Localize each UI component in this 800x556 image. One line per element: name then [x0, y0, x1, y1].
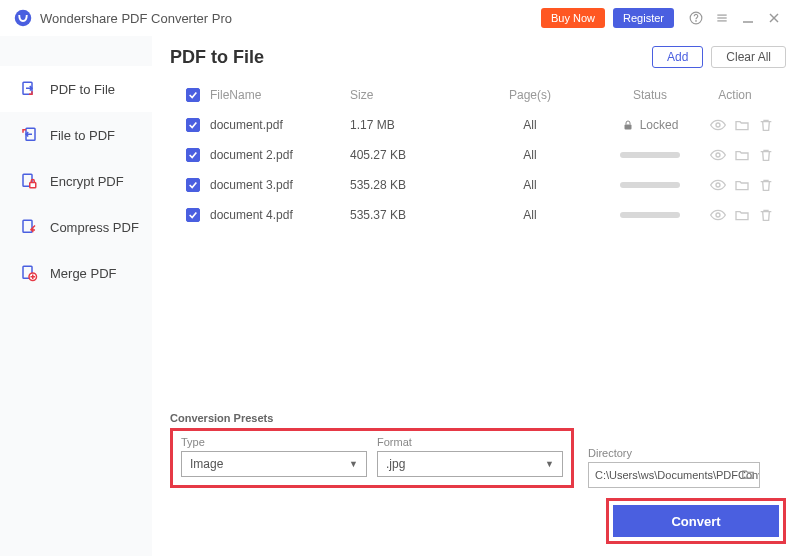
table-row: document 3.pdf535.28 KBAll [170, 170, 786, 200]
type-label: Type [181, 436, 367, 448]
buy-now-button[interactable]: Buy Now [541, 8, 605, 28]
delete-icon[interactable] [758, 117, 774, 133]
cell-pages: All [470, 178, 590, 192]
sidebar-item-pdf-to-file[interactable]: PDF to File [0, 66, 152, 112]
delete-icon[interactable] [758, 147, 774, 163]
type-value: Image [190, 457, 223, 471]
open-folder-icon[interactable] [734, 177, 750, 193]
encrypt-pdf-icon [20, 172, 38, 190]
chevron-down-icon: ▼ [545, 459, 554, 469]
lock-icon [622, 119, 634, 131]
conversion-panel: Conversion Presets Type Image ▼ Format .… [170, 412, 786, 556]
cell-filename: document.pdf [210, 118, 350, 132]
svg-point-17 [716, 123, 720, 127]
cell-size: 535.28 KB [350, 178, 470, 192]
sidebar: PDF to File File to PDF Encrypt PDF Comp… [0, 36, 152, 556]
sidebar-item-label: Encrypt PDF [50, 174, 124, 189]
preview-icon[interactable] [710, 117, 726, 133]
page-title: PDF to File [170, 47, 264, 68]
format-select[interactable]: .jpg ▼ [377, 451, 563, 477]
minimize-icon[interactable] [736, 6, 760, 30]
svg-rect-16 [624, 125, 631, 130]
sidebar-item-merge-pdf[interactable]: Merge PDF [0, 250, 152, 296]
table-row: document 4.pdf535.37 KBAll [170, 200, 786, 230]
sidebar-item-label: File to PDF [50, 128, 115, 143]
directory-value: C:\Users\ws\Documents\PDFConvert [595, 469, 760, 481]
directory-input[interactable]: C:\Users\ws\Documents\PDFConvert [588, 462, 760, 488]
sidebar-item-encrypt-pdf[interactable]: Encrypt PDF [0, 158, 152, 204]
locked-label: Locked [640, 118, 679, 132]
merge-pdf-icon [20, 264, 38, 282]
close-icon[interactable] [762, 6, 786, 30]
row-checkbox[interactable] [186, 118, 200, 132]
select-all-checkbox[interactable] [186, 88, 200, 102]
cell-pages: All [470, 118, 590, 132]
preview-icon[interactable] [710, 177, 726, 193]
sidebar-item-label: PDF to File [50, 82, 115, 97]
convert-button[interactable]: Convert [613, 505, 779, 537]
open-folder-icon[interactable] [734, 207, 750, 223]
menu-icon[interactable] [710, 6, 734, 30]
col-filename: FileName [210, 88, 350, 102]
sidebar-item-file-to-pdf[interactable]: File to PDF [0, 112, 152, 158]
convert-highlight-box: Convert [606, 498, 786, 544]
row-checkbox[interactable] [186, 148, 200, 162]
preview-icon[interactable] [710, 207, 726, 223]
col-action: Action [710, 88, 780, 102]
sidebar-item-label: Compress PDF [50, 220, 139, 235]
col-pages: Page(s) [470, 88, 590, 102]
open-folder-icon[interactable] [734, 117, 750, 133]
svg-point-20 [716, 213, 720, 217]
chevron-down-icon: ▼ [349, 459, 358, 469]
status-progress [620, 212, 680, 218]
svg-point-2 [696, 21, 697, 22]
directory-label: Directory [588, 447, 760, 459]
file-table: FileName Size Page(s) Status Action docu… [170, 80, 786, 412]
sidebar-item-compress-pdf[interactable]: Compress PDF [0, 204, 152, 250]
col-status: Status [590, 88, 710, 102]
table-row: document 2.pdf405.27 KBAll [170, 140, 786, 170]
format-value: .jpg [386, 457, 405, 471]
presets-heading: Conversion Presets [170, 412, 786, 424]
clear-all-button[interactable]: Clear All [711, 46, 786, 68]
cell-size: 1.17 MB [350, 118, 470, 132]
presets-highlight-box: Type Image ▼ Format .jpg ▼ [170, 428, 574, 488]
browse-folder-icon[interactable] [741, 467, 755, 483]
app-title: Wondershare PDF Converter Pro [40, 11, 232, 26]
status-progress [620, 182, 680, 188]
cell-size: 535.37 KB [350, 208, 470, 222]
type-select[interactable]: Image ▼ [181, 451, 367, 477]
col-size: Size [350, 88, 470, 102]
app-logo-icon [14, 9, 32, 27]
cell-pages: All [470, 148, 590, 162]
cell-filename: document 4.pdf [210, 208, 350, 222]
cell-size: 405.27 KB [350, 148, 470, 162]
cell-pages: All [470, 208, 590, 222]
svg-point-18 [716, 153, 720, 157]
delete-icon[interactable] [758, 177, 774, 193]
titlebar: Wondershare PDF Converter Pro Buy Now Re… [0, 0, 800, 36]
row-checkbox[interactable] [186, 208, 200, 222]
register-button[interactable]: Register [613, 8, 674, 28]
compress-pdf-icon [20, 218, 38, 236]
svg-rect-12 [30, 183, 36, 188]
row-checkbox[interactable] [186, 178, 200, 192]
open-folder-icon[interactable] [734, 147, 750, 163]
help-icon[interactable] [684, 6, 708, 30]
cell-filename: document 3.pdf [210, 178, 350, 192]
table-row: document.pdf1.17 MBAllLocked [170, 110, 786, 140]
status-progress [620, 152, 680, 158]
pdf-to-file-icon [20, 80, 38, 98]
svg-point-0 [15, 10, 32, 27]
add-button[interactable]: Add [652, 46, 703, 68]
content: PDF to File Add Clear All FileName Size … [152, 36, 800, 556]
file-to-pdf-icon [20, 126, 38, 144]
preview-icon[interactable] [710, 147, 726, 163]
svg-point-19 [716, 183, 720, 187]
cell-filename: document 2.pdf [210, 148, 350, 162]
sidebar-item-label: Merge PDF [50, 266, 116, 281]
table-header: FileName Size Page(s) Status Action [170, 80, 786, 110]
delete-icon[interactable] [758, 207, 774, 223]
format-label: Format [377, 436, 563, 448]
